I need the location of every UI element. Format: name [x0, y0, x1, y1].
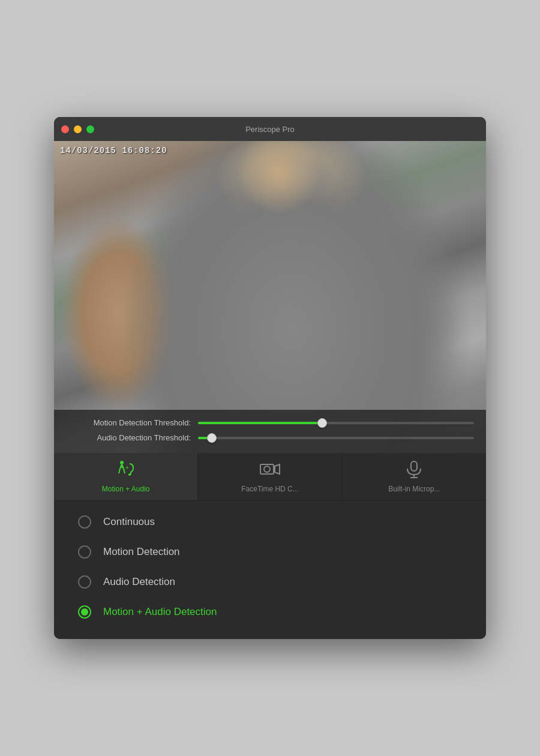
sliders-overlay: Motion Detection Threshold: Audio Detect… — [54, 410, 486, 453]
video-overlay — [54, 141, 486, 453]
audio-slider-thumb[interactable] — [207, 433, 217, 443]
app-window: Periscope Pro 14/03/2015 16:08:20 Motion… — [54, 117, 486, 639]
option-audio-detection-label: Audio Detection — [103, 576, 175, 588]
tab-motion-audio[interactable]: + Motion + Audio — [54, 453, 198, 500]
svg-text:+: + — [125, 464, 129, 471]
svg-point-9 — [264, 466, 270, 472]
fullscreen-button[interactable] — [86, 125, 94, 133]
motion-slider-thumb[interactable] — [317, 418, 327, 428]
titlebar: Periscope Pro — [54, 117, 486, 141]
radio-motion-audio-detection — [78, 605, 91, 619]
motion-detection-slider-row: Motion Detection Threshold: — [66, 418, 474, 427]
traffic-lights — [61, 125, 94, 133]
video-timestamp: 14/03/2015 16:08:20 — [60, 146, 167, 155]
svg-point-7 — [128, 473, 131, 476]
window-title: Periscope Pro — [54, 125, 486, 134]
option-continuous[interactable]: Continuous — [54, 507, 486, 537]
facetime-icon — [259, 460, 281, 482]
option-motion-detection[interactable]: Motion Detection — [54, 537, 486, 567]
video-feed: 14/03/2015 16:08:20 Motion Detection Thr… — [54, 141, 486, 453]
option-motion-audio-detection[interactable]: Motion + Audio Detection — [54, 597, 486, 627]
close-button[interactable] — [61, 125, 69, 133]
motion-audio-icon: + — [115, 460, 137, 482]
radio-selected-dot — [81, 608, 88, 616]
svg-marker-10 — [275, 464, 280, 474]
option-motion-audio-detection-label: Motion + Audio Detection — [103, 606, 217, 618]
option-motion-detection-label: Motion Detection — [103, 546, 180, 558]
option-audio-detection[interactable]: Audio Detection — [54, 567, 486, 597]
tab-facetime-label: FaceTime HD C... — [241, 485, 299, 493]
tab-motion-audio-label: Motion + Audio — [102, 485, 150, 493]
video-background — [54, 141, 486, 453]
audio-slider-label: Audio Detection Threshold: — [66, 433, 198, 442]
svg-line-4 — [124, 469, 125, 473]
minimize-button[interactable] — [74, 125, 82, 133]
microphone-icon — [403, 460, 425, 482]
svg-point-0 — [120, 461, 124, 464]
audio-slider-track[interactable] — [198, 437, 474, 439]
radio-continuous — [78, 515, 91, 529]
svg-line-3 — [119, 469, 120, 473]
tabs-bar: + Motion + Audio FaceTime — [54, 453, 486, 501]
option-continuous-label: Continuous — [103, 516, 155, 528]
radio-motion-detection — [78, 545, 91, 559]
svg-rect-11 — [411, 461, 417, 471]
motion-slider-track[interactable] — [198, 422, 474, 424]
audio-detection-slider-row: Audio Detection Threshold: — [66, 433, 474, 442]
options-container: Continuous Motion Detection Audio Detect… — [54, 501, 486, 639]
tab-facetime[interactable]: FaceTime HD C... — [198, 453, 342, 500]
tab-microphone[interactable]: Built-in Microp... — [343, 453, 486, 500]
radio-audio-detection — [78, 575, 91, 589]
tab-microphone-label: Built-in Microp... — [388, 485, 440, 493]
motion-slider-fill — [198, 422, 322, 424]
motion-slider-label: Motion Detection Threshold: — [66, 418, 198, 427]
